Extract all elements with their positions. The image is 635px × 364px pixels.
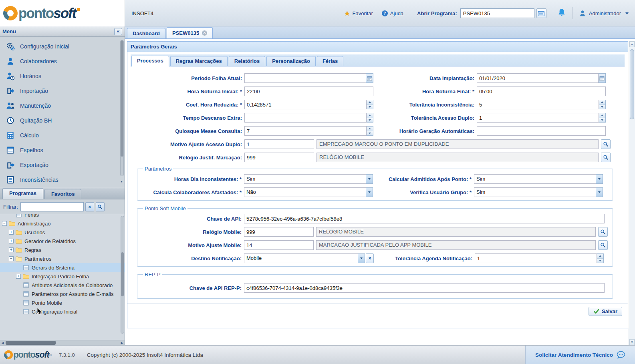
collapse-minus-icon[interactable]: − [9, 256, 14, 261]
tab-dashboard[interactable]: Dashboard [127, 28, 165, 38]
sidebar-item-manutencao[interactable]: Manutenção [0, 98, 125, 113]
lookup-search-button[interactable] [598, 227, 608, 237]
relogio-mobile-input[interactable] [244, 227, 314, 237]
combo-dropdown-button[interactable] [366, 174, 373, 184]
tab-close-icon[interactable]: ✕ [202, 30, 207, 36]
lookup-search-button[interactable] [601, 139, 611, 149]
sidebar-item-configuracao-inicial[interactable]: Configuração Inicial [0, 39, 125, 54]
spin-up-button[interactable] [597, 254, 603, 259]
verifica-usuario-grupo-combo[interactable]: Sim [474, 187, 603, 197]
relogio-justif-marcacao-input[interactable] [244, 153, 314, 162]
periodo-folha-input[interactable] [244, 73, 366, 83]
user-menu-button[interactable]: Administrador [579, 10, 629, 17]
spin-down-button[interactable] [367, 118, 373, 123]
destino-notificacao-combo[interactable]: Mobile [244, 253, 365, 263]
tree-item-administracao[interactable]: − Administração [0, 219, 125, 228]
nav-scrollbar[interactable] [120, 40, 124, 176]
sidebar-item-calculo[interactable]: Cálculo [0, 128, 125, 143]
save-button[interactable]: Salvar [589, 307, 622, 316]
combo-dropdown-button[interactable] [596, 187, 603, 197]
sidebar-item-importacao[interactable]: Importação [0, 83, 125, 98]
tempo-descanso-extra-input[interactable] [244, 113, 367, 123]
expand-plus-icon[interactable]: + [16, 274, 21, 279]
scroll-up-arrow[interactable]: ▲ [629, 41, 635, 47]
main-vertical-scrollbar[interactable]: ▲ ▼ [629, 41, 635, 345]
chave-api-rep-p-input[interactable] [244, 283, 605, 293]
spin-up-button[interactable] [367, 127, 373, 131]
tree-item-usuarios[interactable]: + Usuários [0, 228, 125, 237]
spin-up-button[interactable] [367, 113, 373, 118]
tree-item-ponto-mobile[interactable]: Ponto Mobile [0, 298, 125, 307]
scroll-left-arrow[interactable]: ◀ [0, 341, 5, 345]
filter-clear-button[interactable]: × [85, 202, 94, 211]
filter-input[interactable] [20, 202, 84, 211]
sidebar-item-horarios[interactable]: Horários [0, 68, 125, 83]
horario-geracao-automaticas-input[interactable] [477, 126, 606, 136]
help-button[interactable]: ? Ajuda [382, 10, 403, 16]
hora-noturna-final-input[interactable] [477, 86, 606, 96]
filter-search-button[interactable] [96, 202, 105, 211]
tree-item-regras[interactable]: + Regras [0, 245, 125, 254]
tree-item-clipped[interactable]: Férias [0, 214, 125, 219]
lookup-search-button[interactable] [598, 240, 608, 250]
spin-up-button[interactable] [599, 113, 605, 118]
tab-relatorios[interactable]: Relatórios [229, 56, 266, 66]
tab-personalizacao[interactable]: Personalização [266, 56, 316, 66]
support-button[interactable]: Solicitar Atendimento Técnico [525, 346, 635, 364]
sidebar-item-inconsistencias[interactable]: Inconsistências [0, 172, 125, 187]
expand-plus-icon[interactable]: + [9, 239, 14, 243]
tree-item-parametros[interactable]: − Parâmetros [0, 254, 125, 263]
sidebar-item-exportacao[interactable]: Exportação [0, 157, 125, 172]
combo-dropdown-button[interactable] [358, 253, 365, 263]
spin-down-button[interactable] [597, 259, 603, 263]
spin-down-button[interactable] [599, 118, 605, 123]
spin-up-button[interactable] [367, 100, 373, 105]
sidebar-item-colaboradores[interactable]: Colaboradores [0, 54, 125, 68]
tab-psew0135[interactable]: PSEW0135 ✕ [167, 27, 213, 38]
tab-ferias[interactable]: Férias [317, 56, 343, 66]
tree-item-integracao-padrao-folha[interactable]: + Integração Padrão Folha [0, 272, 125, 281]
horas-dia-inconsistentes-combo[interactable]: Sim [244, 174, 373, 184]
spin-down-button[interactable] [599, 105, 605, 109]
expand-plus-icon[interactable]: + [9, 247, 14, 252]
lookup-search-button[interactable] [601, 153, 611, 162]
tree-item-parametros-assunto-emails[interactable]: Parâmetros por Assunto de E-mails [0, 290, 125, 298]
tab-programas[interactable]: Programas [2, 188, 43, 199]
scroll-right-arrow[interactable]: ▶ [119, 341, 125, 345]
tab-regras-marcacoes[interactable]: Regras Marcações [170, 56, 228, 66]
motivo-ajuste-mobile-input[interactable] [244, 240, 314, 250]
tab-processos[interactable]: Processos [131, 56, 169, 66]
nav-scroll-down-arrow[interactable]: ▼ [119, 179, 124, 184]
open-program-input[interactable] [460, 8, 534, 18]
tree-hscrollbar-thumb[interactable] [6, 341, 56, 345]
combo-dropdown-button[interactable] [596, 174, 603, 184]
spin-up-button[interactable] [599, 100, 605, 105]
tab-favoritos[interactable]: Favoritos [44, 189, 82, 199]
chave-api-input[interactable] [244, 214, 605, 223]
calcular-admitidos-apos-ponto-combo[interactable]: Sim [474, 174, 603, 184]
tree-scrollbar-thumb[interactable] [121, 252, 124, 296]
tree-item-configuracao-inicial[interactable]: Configuração Inicial [0, 307, 125, 316]
scroll-down-arrow[interactable]: ▼ [629, 339, 635, 345]
collapse-minus-icon[interactable]: − [2, 221, 7, 226]
nav-scrollbar-thumb[interactable] [121, 40, 123, 157]
quiosque-meses-consulta-input[interactable] [244, 126, 367, 136]
hora-noturna-inicial-input[interactable] [244, 86, 373, 96]
notifications-button[interactable] [558, 8, 566, 18]
sidebar-collapse-button[interactable]: « [114, 28, 122, 35]
tree-item-gerador-relatorios[interactable]: + Gerador de Relatórios [0, 237, 125, 245]
favorite-button[interactable]: ★ Favoritar [344, 10, 373, 17]
tree-horizontal-scrollbar[interactable]: ◀ ▶ [0, 340, 125, 345]
spin-down-button[interactable] [367, 105, 373, 109]
spin-down-button[interactable] [367, 131, 373, 136]
sidebar-item-quitacao-bh[interactable]: Quitação BH [0, 113, 125, 128]
tolerancia-agenda-notificacao-input[interactable] [475, 253, 597, 263]
program-list-button[interactable] [536, 8, 546, 18]
sidebar-item-espelhos[interactable]: Espelhos [0, 143, 125, 157]
data-implantacao-input[interactable] [477, 73, 599, 83]
expand-plus-icon[interactable]: + [9, 230, 14, 235]
tolerancia-acesso-duplo-input[interactable] [477, 113, 599, 123]
tree-item-gerais-do-sistema[interactable]: Gerais do Sistema [0, 263, 125, 272]
motivo-ajuste-acesso-duplo-input[interactable] [244, 139, 314, 149]
calendar-trigger-button[interactable] [366, 73, 373, 83]
